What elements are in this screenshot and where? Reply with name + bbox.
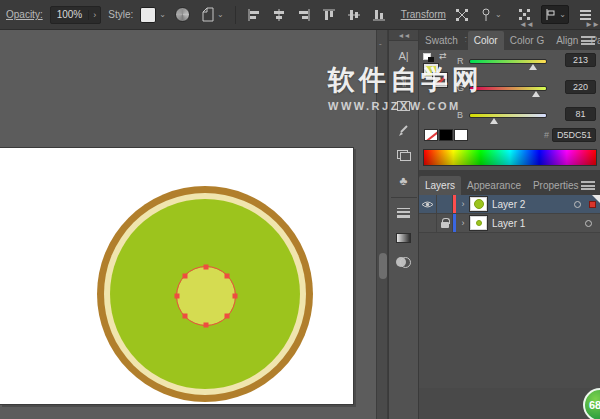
anchor-point[interactable] — [175, 294, 180, 299]
chevron-down-icon: ⌄ — [159, 10, 166, 19]
recolor-artwork-icon[interactable] — [173, 5, 192, 24]
layer-thumbnail[interactable] — [470, 197, 487, 211]
gradient-panel-icon[interactable] — [392, 227, 416, 248]
layer-row-layer1[interactable]: › Layer 1 — [419, 214, 600, 233]
expand-layer-icon[interactable]: › — [456, 199, 470, 209]
target-circle[interactable] — [574, 201, 581, 208]
artboards-panel-icon[interactable] — [392, 95, 416, 116]
green-slider-label: G — [457, 83, 469, 93]
chevron-right-icon[interactable]: › — [88, 10, 100, 20]
chevron-down-icon: ⌄ — [217, 10, 224, 19]
layer-thumbnail[interactable] — [470, 216, 487, 230]
panel-menu-icon[interactable] — [581, 36, 595, 45]
character-panel-icon[interactable]: A| — [392, 45, 416, 66]
blue-slider-label: B — [457, 110, 469, 120]
color-wheel-icon — [175, 7, 190, 22]
target-circle[interactable] — [585, 220, 592, 227]
opacity-input[interactable]: 100% › — [50, 6, 102, 24]
layer-row-layer2[interactable]: › Layer 2 — [419, 195, 600, 214]
green-slider-row: G — [457, 81, 547, 95]
anchor-point[interactable] — [204, 323, 209, 328]
blue-value-input[interactable]: 81 — [565, 107, 596, 121]
expand-dock-icon[interactable]: ►► — [585, 20, 599, 29]
green-slider[interactable] — [469, 86, 547, 91]
none-swatch[interactable] — [424, 129, 438, 141]
scrollbar-thumb[interactable] — [379, 253, 387, 279]
style-label: Style: — [108, 9, 133, 20]
layers-panel: › Layer 2 › Layer 1 — [419, 195, 600, 388]
pin-icon — [480, 8, 493, 22]
canvas[interactable] — [0, 30, 376, 419]
slider-handle[interactable] — [490, 118, 498, 124]
visibility-toggle[interactable] — [419, 195, 437, 213]
lock-icon — [441, 222, 449, 228]
vertical-scrollbar[interactable]: ˇ — [376, 30, 388, 419]
opacity-value[interactable]: 100% — [51, 9, 89, 20]
anchor-point[interactable] — [225, 314, 230, 319]
blue-slider[interactable] — [469, 113, 547, 118]
tab-color[interactable]: Color — [468, 31, 504, 50]
align-bottom-button[interactable] — [370, 6, 388, 24]
layer-name[interactable]: Layer 2 — [492, 199, 574, 210]
lock-toggle[interactable] — [437, 195, 453, 213]
expand-panels-button[interactable]: ◄◄ — [389, 30, 418, 41]
align-top-button[interactable] — [320, 6, 338, 24]
slider-handle[interactable] — [532, 91, 540, 97]
anchor-point[interactable] — [183, 274, 188, 279]
style-swatch[interactable] — [140, 7, 156, 23]
color-panel: ⇄ R 213 G 220 B 81 — [419, 50, 600, 170]
visibility-toggle[interactable] — [419, 214, 437, 232]
scroll-up-icon[interactable]: ˇ — [379, 42, 382, 51]
anchor-point[interactable] — [183, 314, 188, 319]
white-swatch[interactable] — [454, 129, 468, 141]
quick-swatches — [424, 129, 469, 141]
artboard[interactable] — [0, 147, 354, 405]
black-swatch[interactable] — [439, 129, 453, 141]
transform-label[interactable]: Transform — [401, 9, 446, 20]
anchor-point[interactable] — [225, 274, 230, 279]
anchor-point[interactable] — [204, 265, 209, 270]
anchor-point[interactable] — [233, 294, 238, 299]
align-left-button[interactable] — [245, 6, 263, 24]
layers-panel-tabbar: Layers Appearance Properties — [419, 175, 600, 195]
tab-properties[interactable]: Properties — [527, 176, 585, 195]
stroke-proxy[interactable] — [433, 73, 447, 87]
tab-swatches[interactable]: Swatch — [419, 31, 464, 50]
style-swatch-button[interactable]: ⌄ — [140, 7, 166, 23]
layer-name[interactable]: Layer 1 — [492, 218, 585, 229]
puppet-warp-button[interactable]: ⌄ — [478, 6, 504, 24]
expand-layer-icon[interactable]: › — [456, 218, 470, 228]
stroke-panel-icon[interactable] — [392, 202, 416, 223]
align-right-button[interactable] — [295, 6, 313, 24]
document-setup-button[interactable]: ⌄ — [199, 5, 226, 24]
panel-menu-icon[interactable] — [581, 181, 595, 190]
align-center-vertical-button[interactable] — [345, 6, 363, 24]
brushes-panel-icon[interactable] — [392, 120, 416, 141]
align-center-horizontal-button[interactable] — [270, 6, 288, 24]
chevron-down-icon: ⌄ — [495, 10, 502, 19]
document-icon — [201, 7, 215, 22]
swap-fill-stroke-icon[interactable]: ⇄ — [439, 51, 447, 61]
red-slider[interactable] — [469, 59, 547, 64]
slider-handle[interactable] — [529, 64, 537, 70]
tab-align[interactable]: Align — [550, 31, 584, 50]
align-to-button[interactable]: ⌄ — [541, 5, 569, 24]
color-spectrum-bar[interactable] — [423, 149, 597, 166]
tab-color-guide[interactable]: Color G — [504, 31, 550, 50]
lock-toggle[interactable] — [437, 214, 453, 232]
tab-layers[interactable]: Layers — [419, 176, 461, 195]
red-value-input[interactable]: 213 — [565, 53, 596, 67]
control-bar: Opacity: 100% › Style: ⌄ ⌄ — [0, 0, 600, 30]
default-fill-stroke-icon[interactable] — [423, 53, 434, 62]
panel-icon-dock: ◄◄ A| ¶ ♣ — [388, 30, 418, 419]
paragraph-panel-icon[interactable]: ¶ — [392, 70, 416, 91]
opacity-label[interactable]: Opacity: — [6, 9, 43, 20]
collapse-dock-icon[interactable]: ◄◄ — [519, 20, 533, 29]
transparency-panel-icon[interactable] — [392, 252, 416, 273]
free-distort-icon[interactable] — [453, 6, 471, 24]
green-value-input[interactable]: 220 — [565, 80, 596, 94]
hex-value-input[interactable]: D5DC51 — [552, 128, 596, 142]
tab-appearance[interactable]: Appearance — [461, 176, 527, 195]
symbols-panel-icon[interactable]: ♣ — [392, 170, 416, 191]
transform-panel-icon[interactable] — [392, 145, 416, 166]
